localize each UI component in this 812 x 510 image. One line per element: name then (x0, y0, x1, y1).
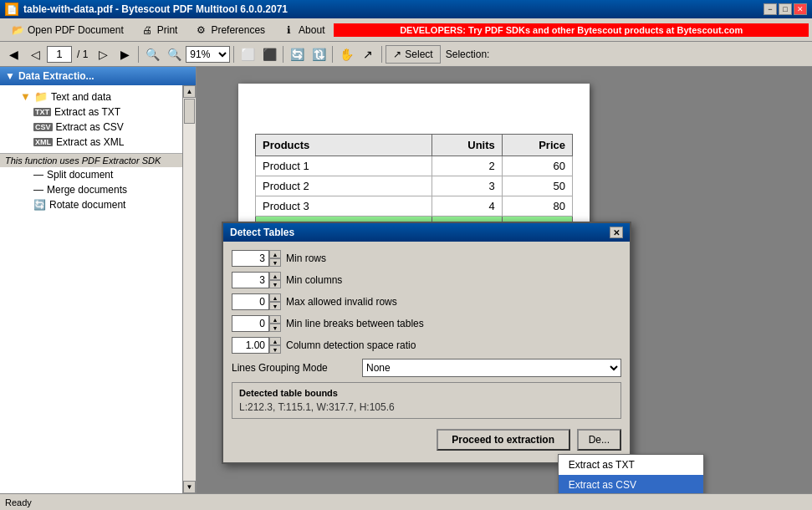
cell-units-1: 3 (432, 176, 502, 196)
main-content: ▼ Data Extractio... ▼ 📁 Text and data TX… (0, 67, 812, 493)
pointer-tool-btn[interactable]: ↗ (358, 44, 378, 64)
cell-price-2: 80 (502, 196, 572, 217)
min-breaks-down-btn[interactable]: ▼ (269, 324, 281, 332)
col-ratio-row: ▲ ▼ Column detection space ratio (232, 337, 621, 354)
nav-back-btn[interactable]: ◀ (3, 44, 23, 64)
close-btn[interactable]: ✕ (794, 3, 807, 15)
tree-item-extract-xml[interactable]: XML Extract as XML (3, 135, 192, 150)
open-icon: 📂 (11, 23, 24, 37)
sep4 (332, 46, 333, 63)
min-breaks-label: Min line breaks between tables (286, 318, 621, 329)
fit-width-btn[interactable]: ⬛ (259, 44, 279, 64)
folder-yellow-icon: 📁 (34, 90, 48, 103)
lines-mode-row: Lines Grouping Mode None Group (232, 359, 621, 377)
sep3 (283, 46, 283, 63)
minimize-btn[interactable]: − (763, 3, 777, 15)
cell-product-2: Product 3 (256, 196, 432, 217)
table-header-units: Units (432, 135, 502, 156)
tree-item-merge[interactable]: — Merge documents (3, 182, 192, 197)
status-bar: Ready (0, 493, 812, 510)
max-invalid-spinner[interactable]: ▲ ▼ (232, 293, 281, 310)
proceed-to-extraction-btn[interactable]: Proceed to extraction (437, 429, 570, 451)
panel-scrollbar[interactable]: ▲ ▼ (182, 85, 196, 493)
cell-units-2: 4 (432, 196, 502, 217)
extract-csv-option[interactable]: Extract as CSV (559, 475, 703, 493)
min-rows-down-btn[interactable]: ▼ (269, 258, 281, 267)
select-button[interactable]: ↗ Select (386, 45, 440, 64)
merge-icon: — (33, 184, 43, 196)
min-rows-up-btn[interactable]: ▲ (269, 250, 281, 258)
tree-label-split: Split document (47, 169, 113, 181)
prev-tool-btn[interactable]: 🔄 (287, 44, 307, 64)
min-cols-input[interactable] (232, 272, 269, 288)
page-number-input[interactable]: 1 (47, 46, 72, 63)
scroll-down-btn[interactable]: ▼ (183, 481, 196, 493)
lines-mode-select[interactable]: None Group (362, 359, 621, 377)
min-rows-spinner[interactable]: ▲ ▼ (232, 250, 281, 267)
panel-expand-icon: ▼ (5, 70, 15, 82)
detect-btn[interactable]: De... (577, 429, 621, 451)
open-pdf-button[interactable]: 📂 Open PDF Document (3, 21, 131, 39)
min-cols-up-btn[interactable]: ▲ (269, 272, 281, 280)
tree-item-text-and-data[interactable]: ▼ 📁 Text and data (3, 89, 192, 105)
min-breaks-spinner[interactable]: ▲ ▼ (232, 315, 281, 332)
sep2 (233, 46, 234, 63)
nav-fwd-btn[interactable]: ▷ (93, 44, 113, 64)
preferences-button[interactable]: ⚙ Preferences (186, 21, 273, 39)
detected-bounds-title: Detected table bounds (239, 388, 614, 398)
next-tool-btn[interactable]: 🔃 (309, 44, 329, 64)
fit-page-btn[interactable]: ⬜ (237, 44, 258, 64)
nav-back2-btn[interactable]: ◁ (25, 44, 45, 64)
about-button[interactable]: ℹ About (274, 21, 332, 39)
xml-badge: XML (33, 138, 53, 146)
extract-txt-option[interactable]: Extract as TXT (559, 455, 703, 475)
min-cols-down-btn[interactable]: ▼ (269, 280, 281, 288)
zoom-select[interactable]: 91% 100% 75% 50% (186, 46, 230, 63)
max-invalid-input[interactable] (232, 293, 269, 310)
max-invalid-up-btn[interactable]: ▲ (269, 293, 281, 302)
maximize-btn[interactable]: □ (779, 3, 792, 15)
cell-price-1: 50 (502, 176, 572, 196)
info-text: This function uses PDF Extractor SDK (5, 156, 161, 166)
min-breaks-input[interactable] (232, 315, 269, 332)
dialog-actions: Proceed to extraction Extract as TXT Ext… (232, 426, 621, 454)
proceed-btn-wrapper: Proceed to extraction Extract as TXT Ext… (437, 429, 570, 451)
scroll-thumb[interactable] (184, 99, 195, 124)
status-text: Ready (5, 497, 32, 507)
split-icon: — (33, 169, 43, 181)
tree-label-extract-csv: Extract as CSV (56, 121, 124, 133)
min-rows-label: Min rows (286, 252, 621, 264)
bottom-tree-area: — Split document — Merge documents 🔄 Rot… (0, 167, 196, 216)
folder-icon: ▼ (20, 90, 31, 103)
pdf-area: Products Units Price Product 1 2 60 Prod… (197, 67, 812, 493)
dialog-close-btn[interactable]: ✕ (610, 227, 623, 238)
scroll-up-btn[interactable]: ▲ (183, 85, 196, 98)
max-invalid-down-btn[interactable]: ▼ (269, 302, 281, 310)
min-cols-label: Min columns (286, 274, 621, 286)
tree-item-extract-csv[interactable]: CSV Extract as CSV (3, 120, 192, 135)
col-ratio-input[interactable] (232, 337, 269, 354)
col-ratio-down-btn[interactable]: ▼ (269, 345, 281, 354)
min-cols-spinner[interactable]: ▲ ▼ (232, 272, 281, 288)
hand-tool-btn[interactable]: ✋ (336, 44, 356, 64)
detected-bounds-value: L:212.3, T:115.1, W:317.7, H:105.6 (239, 401, 614, 413)
tree-label-merge: Merge documents (47, 184, 127, 196)
zoom-in-btn[interactable]: 🔍 (164, 44, 184, 64)
print-button[interactable]: 🖨 Print (133, 21, 186, 39)
tree-label-text-data: Text and data (51, 91, 111, 103)
table-header-price: Price (502, 135, 572, 156)
min-rows-input[interactable] (232, 250, 269, 267)
cell-units-0: 2 (432, 156, 502, 176)
col-ratio-spinner[interactable]: ▲ ▼ (232, 337, 281, 354)
zoom-out-btn[interactable]: 🔍 (142, 44, 162, 64)
col-ratio-up-btn[interactable]: ▲ (269, 337, 281, 345)
cell-product-1: Product 2 (256, 176, 432, 196)
cell-product-0: Product 1 (256, 156, 432, 176)
tree-item-rotate[interactable]: 🔄 Rotate document (3, 197, 192, 212)
tree-item-split[interactable]: — Split document (3, 167, 192, 182)
tree-item-extract-txt[interactable]: TXT Extract as TXT (3, 105, 192, 120)
info-bar: This function uses PDF Extractor SDK (0, 153, 196, 167)
tree-area: ▼ 📁 Text and data TXT Extract as TXT CSV… (0, 85, 196, 153)
nav-fwd2-btn[interactable]: ▶ (115, 44, 135, 64)
min-breaks-up-btn[interactable]: ▲ (269, 315, 281, 324)
